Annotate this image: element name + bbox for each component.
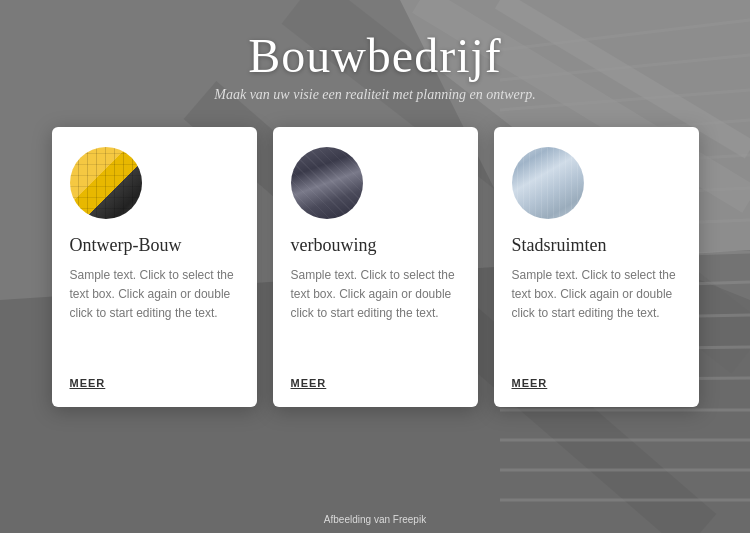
hero-subtitle: Maak van uw visie een realiteit met plan… — [214, 87, 535, 103]
page-content: Bouwbedrijf Maak van uw visie een realit… — [0, 0, 750, 533]
card-2-link[interactable]: MEER — [291, 377, 460, 389]
card-3-text: Sample text. Click to select the text bo… — [512, 266, 681, 363]
card-1-text: Sample text. Click to select the text bo… — [70, 266, 239, 363]
footer-credit: Afbeelding van Freepik — [324, 514, 426, 525]
card-3-link[interactable]: MEER — [512, 377, 681, 389]
cards-container: Ontwerp-Bouw Sample text. Click to selec… — [0, 127, 750, 407]
card-3-image — [512, 147, 584, 219]
card-2-image — [291, 147, 363, 219]
card-3-title: Stadsruimten — [512, 235, 681, 256]
card-2-title: verbouwing — [291, 235, 460, 256]
card-3: Stadsruimten Sample text. Click to selec… — [494, 127, 699, 407]
card-1-link[interactable]: MEER — [70, 377, 239, 389]
hero-title: Bouwbedrijf — [214, 28, 535, 83]
card-1-title: Ontwerp-Bouw — [70, 235, 239, 256]
card-1: Ontwerp-Bouw Sample text. Click to selec… — [52, 127, 257, 407]
card-2: verbouwing Sample text. Click to select … — [273, 127, 478, 407]
card-2-text: Sample text. Click to select the text bo… — [291, 266, 460, 363]
hero-section: Bouwbedrijf Maak van uw visie een realit… — [214, 0, 535, 103]
card-1-image — [70, 147, 142, 219]
